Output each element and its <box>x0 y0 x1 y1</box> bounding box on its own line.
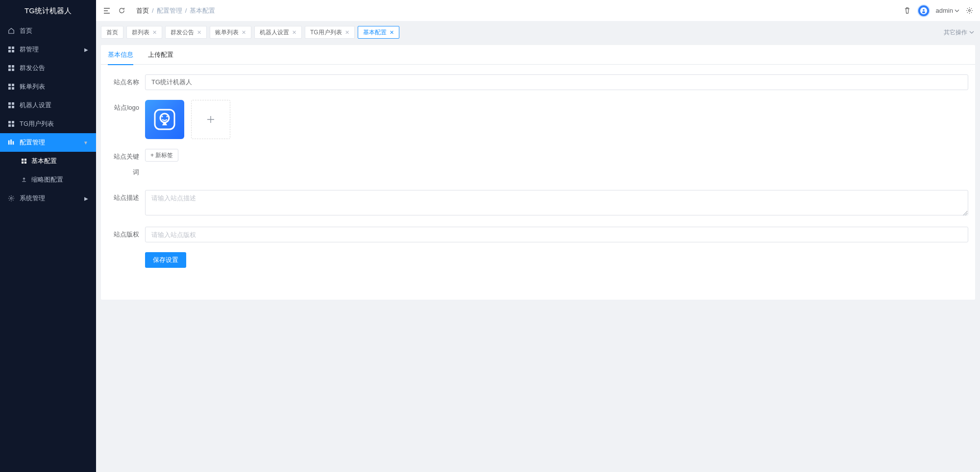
site-desc-textarea[interactable] <box>145 190 968 215</box>
user-name-label: admin <box>936 7 953 14</box>
breadcrumb-item[interactable]: 首页 <box>136 6 149 15</box>
svg-rect-17 <box>12 121 14 123</box>
sidebar-item-label: 群发公告 <box>20 64 88 72</box>
form-row-site-copyright: 站点版权 <box>108 227 968 242</box>
sidebar: TG统计机器人 首页 群管理 ▶ 群发公告 <box>0 0 96 472</box>
sidebar-item-system-manage[interactable]: 系统管理 ▶ <box>0 189 96 208</box>
avatar[interactable] <box>917 4 930 17</box>
tab-tg-users[interactable]: TG用户列表 ✕ <box>305 26 355 39</box>
sidebar-item-bills[interactable]: 账单列表 <box>0 77 96 96</box>
tab-label: 账单列表 <box>215 28 239 37</box>
tab-home[interactable]: 首页 <box>101 26 123 39</box>
close-icon[interactable]: ✕ <box>390 30 394 35</box>
svg-rect-0 <box>8 47 11 49</box>
sidebar-item-label: 配置管理 <box>20 138 83 147</box>
svg-rect-9 <box>12 84 14 86</box>
gear-icon <box>8 195 15 202</box>
card: 基本信息 上传配置 站点名称 站点logo <box>101 45 975 300</box>
breadcrumb-sep: / <box>185 7 187 14</box>
header-left: 首页 / 配置管理 / 基本配置 <box>103 6 215 15</box>
sidebar-item-label: 基本配置 <box>31 157 88 165</box>
svg-rect-25 <box>22 162 24 164</box>
sidebar-item-label: 机器人设置 <box>20 101 88 110</box>
close-icon[interactable]: ✕ <box>292 30 296 35</box>
sidebar-item-label: 群管理 <box>20 45 84 54</box>
chevron-right-icon: ▶ <box>84 196 88 201</box>
svg-point-27 <box>10 197 12 199</box>
sidebar-item-config-manage[interactable]: 配置管理 ▼ <box>0 133 96 152</box>
close-icon[interactable]: ✕ <box>345 30 349 35</box>
svg-rect-21 <box>10 140 12 145</box>
close-icon[interactable]: ✕ <box>152 30 157 35</box>
bars-icon <box>8 139 15 146</box>
inner-tab-label: 上传配置 <box>148 50 173 59</box>
sidebar-item-basic-config[interactable]: 基本配置 <box>0 152 96 170</box>
upload-icon <box>21 176 27 183</box>
breadcrumb-item: 基本配置 <box>190 6 215 15</box>
grid-icon <box>8 120 15 127</box>
tab-label: 群列表 <box>132 28 149 37</box>
tab-bot-settings[interactable]: 机器人设置 ✕ <box>254 26 302 39</box>
close-icon[interactable]: ✕ <box>197 30 201 35</box>
site-name-input[interactable] <box>145 74 968 90</box>
grid-icon <box>8 65 15 71</box>
tab-label: 基本配置 <box>363 28 387 37</box>
upload-add-button[interactable] <box>191 100 230 139</box>
svg-rect-5 <box>12 65 14 68</box>
config-form: 站点名称 站点logo <box>101 65 975 282</box>
sidebar-item-thumbnail-config[interactable]: 缩略图配置 <box>0 170 96 189</box>
sidebar-item-group-manage[interactable]: 群管理 ▶ <box>0 40 96 59</box>
tab-group-list[interactable]: 群列表 ✕ <box>126 26 162 39</box>
breadcrumb: 首页 / 配置管理 / 基本配置 <box>136 6 215 15</box>
form-row-submit: 保存设置 <box>108 252 968 268</box>
logo-preview[interactable] <box>145 100 184 139</box>
site-copyright-input[interactable] <box>145 227 968 242</box>
grid-icon <box>8 102 15 109</box>
home-icon <box>8 27 15 34</box>
tabs-bar: 首页 群列表 ✕ 群发公告 ✕ 账单列表 ✕ 机器人设置 ✕ TG用户列表 ✕ <box>96 22 980 40</box>
sidebar-item-label: 账单列表 <box>20 82 88 91</box>
brand-title: TG统计机器人 <box>0 0 96 22</box>
chevron-right-icon: ▶ <box>84 47 88 52</box>
form-row-site-logo: 站点logo <box>108 100 968 139</box>
sidebar-item-label: TG用户列表 <box>20 119 88 128</box>
tab-basic-config[interactable]: 基本配置 ✕ <box>358 26 399 39</box>
svg-rect-10 <box>8 87 11 90</box>
new-tag-button[interactable]: + 新标签 <box>145 149 178 162</box>
breadcrumb-item[interactable]: 配置管理 <box>157 6 182 15</box>
svg-rect-14 <box>8 106 11 108</box>
svg-point-29 <box>922 11 925 13</box>
sidebar-item-label: 系统管理 <box>20 194 84 203</box>
sidebar-item-tg-users[interactable]: TG用户列表 <box>0 115 96 133</box>
tab-label: 机器人设置 <box>260 28 289 37</box>
svg-rect-18 <box>8 124 11 127</box>
inner-tab-upload-config[interactable]: 上传配置 <box>148 45 173 65</box>
close-icon[interactable]: ✕ <box>242 30 246 35</box>
sidebar-item-label: 缩略图配置 <box>31 175 88 184</box>
svg-rect-4 <box>8 65 11 68</box>
other-ops-dropdown[interactable]: 其它操作 <box>944 28 975 37</box>
sidebar-submenu-config: 基本配置 缩略图配置 <box>0 152 96 189</box>
user-dropdown[interactable]: admin <box>936 7 959 14</box>
settings-icon[interactable] <box>965 7 973 15</box>
trash-icon[interactable] <box>904 7 911 15</box>
grid-icon <box>8 83 15 90</box>
tab-bills[interactable]: 账单列表 ✕ <box>210 26 251 39</box>
save-button[interactable]: 保存设置 <box>145 252 186 268</box>
inner-tab-basic-info[interactable]: 基本信息 <box>108 45 133 65</box>
field-label: 站点名称 <box>108 74 145 90</box>
sidebar-menu: 首页 群管理 ▶ 群发公告 账单列表 <box>0 22 96 472</box>
svg-rect-22 <box>13 141 14 144</box>
form-row-site-keywords: 站点关键词 + 新标签 <box>108 149 968 180</box>
tab-broadcast[interactable]: 群发公告 ✕ <box>165 26 207 39</box>
field-label: 站点版权 <box>108 227 145 242</box>
svg-rect-3 <box>12 50 14 52</box>
plus-icon <box>206 115 216 124</box>
sidebar-item-broadcast[interactable]: 群发公告 <box>0 59 96 77</box>
collapse-toggle-icon[interactable] <box>103 7 111 15</box>
sidebar-item-home[interactable]: 首页 <box>0 22 96 40</box>
sidebar-item-bot-settings[interactable]: 机器人设置 <box>0 96 96 115</box>
form-row-site-desc: 站点描述 <box>108 190 968 217</box>
refresh-icon[interactable] <box>118 7 125 15</box>
svg-rect-6 <box>8 69 11 71</box>
